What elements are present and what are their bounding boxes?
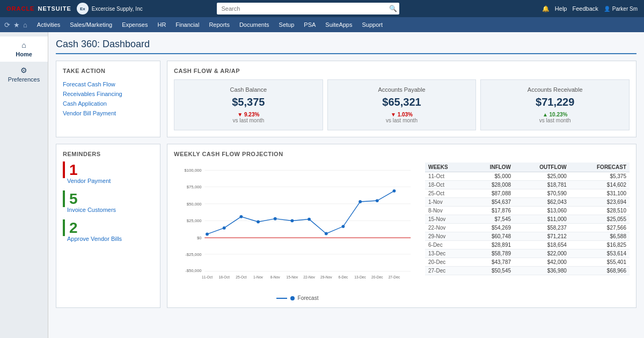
accounts-payable-change: ▼ 1.03% (335, 112, 469, 117)
search-bar[interactable]: 🔍 (217, 3, 399, 14)
table-cell: 13-Dec (425, 249, 469, 258)
svg-point-30 (274, 217, 277, 221)
nav-suiteapps[interactable]: SuiteApps (321, 19, 356, 30)
user-name: Parker Sm (612, 6, 638, 12)
table-cell: 11-Oct (425, 172, 469, 181)
table-cell: 15-Nov (425, 215, 469, 224)
take-action-title: TAKE ACTION (63, 68, 153, 74)
nav-documents[interactable]: Documents (235, 19, 274, 30)
search-button[interactable]: 🔍 (389, 5, 397, 12)
sidebar-preferences-label: Preferences (8, 76, 40, 83)
svg-text:$0: $0 (197, 236, 202, 240)
table-cell: 25-Oct (425, 189, 469, 198)
reminder-approve-count: 2 (63, 219, 78, 236)
weekly-cf-title: WEEKLY CASH FLOW PROJECTION (174, 151, 630, 157)
table-cell: $28,008 (469, 181, 514, 189)
table-cell: $58,789 (469, 249, 514, 258)
history-icon[interactable]: ⟳ (4, 21, 10, 29)
metric-cards: Cash Balance $5,375 ▼ 9.23% vs last mont… (174, 79, 630, 130)
table-cell: 29-Nov (425, 232, 469, 241)
svg-text:22-Nov: 22-Nov (303, 275, 315, 279)
nav-financial[interactable]: Financial (171, 19, 203, 30)
action-cash-application[interactable]: Cash Application (63, 99, 153, 108)
accounts-receivable-vs: vs last month (488, 117, 621, 123)
logo-area: ORACLE NETSUITE Ex Excercise Supply, Inc (6, 3, 143, 14)
home-icon: ⌂ (21, 41, 26, 49)
svg-point-31 (291, 219, 294, 223)
table-row: 11-Oct$5,000$25,000$5,375 (425, 172, 630, 181)
col-forecast: FORECAST (570, 163, 630, 172)
svg-text:25-Oct: 25-Oct (236, 275, 246, 279)
table-row: 22-Nov$54,269$58,237$27,566 (425, 224, 630, 232)
sidebar-item-preferences[interactable]: ⚙ Preferences (0, 62, 48, 87)
accounts-receivable-value: $71,229 (488, 96, 621, 108)
table-cell: 6-Dec (425, 241, 469, 249)
table-cell: 1-Nov (425, 198, 469, 207)
nav-activities[interactable]: Activities (33, 19, 64, 30)
cashflow-title: CASH FLOW & AR/AP (174, 68, 630, 74)
action-vendor-bill-payment[interactable]: Vendor Bill Payment (63, 108, 153, 118)
cash-flow-chart: $100,000 $75,000 $50,000 $25,000 $0 -$25… (174, 163, 421, 291)
reminder-invoice-link[interactable]: Invoice Customers (63, 207, 153, 213)
table-row: 27-Dec$50,545$36,980$68,966 (425, 267, 630, 275)
svg-text:$50,000: $50,000 (187, 202, 202, 207)
nav-support[interactable]: Support (357, 19, 387, 30)
table-cell: $55,401 (570, 258, 630, 267)
cash-balance-vs: vs last month (182, 117, 315, 123)
svg-point-29 (257, 221, 260, 224)
table-row: 1-Nov$54,637$62,043$23,694 (425, 198, 630, 207)
svg-text:15-Nov: 15-Nov (287, 275, 298, 279)
table-cell: $28,891 (469, 241, 514, 249)
table-cell: $53,614 (570, 249, 630, 258)
table-cell: $28,510 (570, 207, 630, 215)
svg-text:27-Dec: 27-Dec (389, 275, 400, 279)
table-cell: $27,566 (570, 224, 630, 232)
action-receivables-financing[interactable]: Receivables Financing (63, 89, 153, 99)
feedback-label[interactable]: Feedback (572, 5, 598, 12)
table-cell: $23,694 (570, 198, 630, 207)
nav-sales-marketing[interactable]: Sales/Marketing (65, 19, 116, 30)
top-row: TAKE ACTION Forecast Cash Flow Receivabl… (56, 61, 636, 137)
svg-text:20-Dec: 20-Dec (371, 275, 383, 279)
cf-table-area: WEEKS INFLOW OUTFLOW FORECAST 11-Oct$5,0… (425, 163, 630, 301)
sidebar-home-label: Home (16, 51, 32, 57)
table-row: 15-Nov$7,545$11,000$25,055 (425, 215, 630, 224)
svg-point-28 (239, 215, 243, 218)
reminder-approve-link[interactable]: Approve Vendor Bills (63, 236, 153, 242)
main-container: ⌂ Home ⚙ Preferences Cash 360: Dashboard… (0, 32, 644, 338)
table-cell: 27-Dec (425, 267, 469, 275)
table-row: 20-Dec$43,787$42,000$55,401 (425, 258, 630, 267)
help-label[interactable]: Help (555, 5, 567, 12)
reminder-invoice-customers: 5 Invoice Customers (63, 192, 153, 213)
svg-text:-$50,000: -$50,000 (185, 268, 201, 273)
top-bar: ORACLE NETSUITE Ex Excercise Supply, Inc… (0, 0, 644, 17)
svg-point-27 (223, 226, 226, 230)
search-input[interactable] (217, 3, 399, 14)
sidebar-item-home[interactable]: ⌂ Home (0, 36, 48, 62)
favorites-icon[interactable]: ★ (13, 21, 20, 29)
content-area: Cash 360: Dashboard TAKE ACTION Forecast… (48, 32, 644, 338)
svg-text:$25,000: $25,000 (187, 218, 202, 223)
table-row: 18-Oct$28,008$18,781$14,602 (425, 181, 630, 189)
svg-text:$75,000: $75,000 (187, 185, 202, 189)
action-forecast-cash-flow[interactable]: Forecast Cash Flow (63, 79, 153, 89)
table-cell: $62,043 (514, 198, 570, 207)
nav-hr[interactable]: HR (153, 19, 170, 30)
cash-balance-change: ▼ 9.23% (182, 112, 315, 117)
home-nav-icon[interactable]: ⌂ (23, 21, 27, 29)
reminder-vendor-link[interactable]: Vendor Payment (63, 178, 153, 184)
table-row: 29-Nov$60,748$71,212$6,588 (425, 232, 630, 241)
reminder-invoice-count: 5 (63, 190, 78, 207)
table-cell: $58,237 (514, 224, 570, 232)
table-cell: $54,269 (469, 224, 514, 232)
table-cell: $71,212 (514, 232, 570, 241)
user-info[interactable]: 👤 Parker Sm (604, 6, 638, 12)
table-cell: $13,060 (514, 207, 570, 215)
svg-text:$100,000: $100,000 (184, 168, 201, 173)
nav-setup[interactable]: Setup (275, 19, 299, 30)
notifications-icon[interactable]: 🔔 (542, 5, 550, 12)
nav-psa[interactable]: PSA (299, 19, 320, 30)
nav-expenses[interactable]: Expenses (118, 19, 152, 30)
nav-reports[interactable]: Reports (204, 19, 234, 30)
reminder-vendor-count: 1 (63, 161, 78, 178)
